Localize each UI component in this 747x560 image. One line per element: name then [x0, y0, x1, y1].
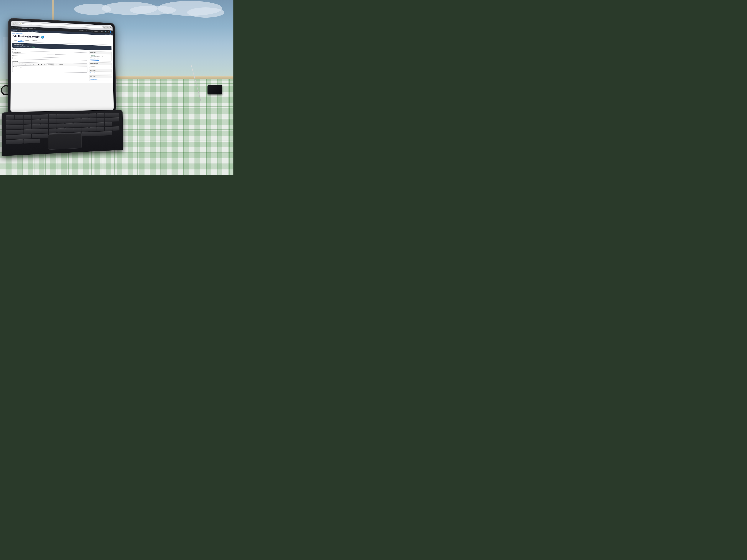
key-l[interactable] [89, 123, 97, 127]
cms-view[interactable]: View [85, 30, 89, 32]
tab-edit[interactable]: Edit [18, 39, 24, 42]
cms-email[interactable]: Email Newsletter [90, 30, 99, 32]
tab-delete[interactable]: Delete [24, 39, 31, 42]
key-equals[interactable] [97, 113, 104, 117]
rte-ol[interactable]: ≡ [32, 63, 35, 65]
settings-icon[interactable]: ⚙ [108, 31, 109, 33]
key-slash[interactable] [112, 127, 119, 131]
admin-add[interactable]: Add [109, 33, 112, 35]
back-button[interactable]: ‹ [12, 22, 15, 25]
rte-source[interactable]: ⬚ [55, 63, 58, 65]
key-i[interactable] [81, 118, 89, 123]
key-p[interactable] [97, 118, 104, 122]
key-space[interactable] [81, 131, 112, 136]
key-e[interactable] [41, 119, 48, 124]
key-shift-l[interactable] [23, 129, 40, 134]
key-j[interactable] [73, 123, 81, 127]
rte-italic2[interactable]: I [27, 63, 29, 65]
user-icon[interactable]: 👤 [110, 31, 111, 33]
cms-shortcuts[interactable]: Shortcuts [22, 27, 28, 29]
key-k[interactable] [81, 123, 89, 127]
key-s[interactable] [32, 124, 40, 129]
rte-hr[interactable]: — [44, 63, 46, 65]
cms-add-item[interactable]: + Add Item [78, 30, 85, 31]
key-n[interactable] [81, 127, 89, 132]
admin-dashboard[interactable]: Dashboard [19, 30, 26, 32]
admin-status[interactable]: Status [35, 31, 39, 32]
admin-appearance[interactable]: Appearance [26, 30, 33, 32]
key-x[interactable] [49, 129, 57, 133]
search-icon[interactable]: 🔍 [105, 31, 107, 33]
key-9[interactable] [73, 114, 81, 118]
rte-blockquote[interactable]: ❝ [35, 63, 37, 65]
key-period[interactable] [105, 127, 112, 131]
key-w[interactable] [32, 119, 40, 124]
key-t[interactable] [57, 119, 65, 123]
rte-superscript[interactable]: x² [21, 63, 23, 65]
ipad-screen[interactable]: ‹ › 🔒 fiderthankthou.com ↺ ↑ ⊞ [10, 21, 113, 112]
cms-manage[interactable]: Manage [15, 27, 21, 29]
key-8[interactable] [65, 114, 73, 118]
magic-keyboard[interactable] [2, 110, 123, 156]
go-online-link[interactable]: Go online. [30, 46, 35, 47]
trackpad[interactable] [48, 133, 82, 150]
key-tab[interactable] [6, 120, 23, 125]
cms-user[interactable]: Cynthia Ever [29, 28, 37, 30]
rte-subscript[interactable]: X₂ [24, 63, 26, 65]
key-7[interactable] [57, 114, 65, 118]
key-b[interactable] [73, 128, 81, 132]
key-m[interactable] [89, 127, 97, 132]
rte-table[interactable]: ▦ [41, 63, 43, 65]
key-r[interactable] [49, 119, 57, 124]
key-f[interactable] [49, 124, 57, 128]
cms-send[interactable]: Send [100, 31, 104, 32]
screen-content[interactable]: ‹ › 🔒 fiderthankthou.com ↺ ↑ ⊞ [10, 21, 113, 112]
key-o[interactable] [89, 118, 96, 122]
key-c[interactable] [57, 128, 65, 133]
rte-format-select[interactable]: Paragraph ▾ [47, 63, 54, 65]
rte-fullscreen[interactable]: Source [58, 63, 63, 65]
cms-menu-icon[interactable]: ☰ [12, 27, 13, 28]
key-cmd-r[interactable] [6, 139, 23, 144]
key-semicolon[interactable] [97, 123, 104, 127]
key-a[interactable] [23, 125, 31, 129]
key-0[interactable] [81, 113, 89, 118]
key-2[interactable] [15, 115, 23, 119]
key-quote[interactable] [105, 122, 112, 126]
reload-button[interactable]: ↺ [103, 26, 106, 28]
forward-button[interactable]: › [16, 22, 18, 25]
key-enter[interactable] [105, 117, 119, 122]
tabs-button[interactable]: ⊞ [109, 26, 111, 29]
rte-image[interactable]: 🖼 [37, 63, 40, 65]
rte-body[interactable]: Nice to see you! [12, 65, 87, 73]
key-backspace[interactable] [105, 113, 119, 117]
rte-ul[interactable]: ≡ [30, 63, 32, 65]
key-5[interactable] [41, 114, 48, 119]
key-4[interactable] [32, 115, 40, 119]
key-z[interactable] [41, 129, 48, 133]
key-y[interactable] [65, 118, 73, 123]
breadcrumb-home[interactable]: Home [12, 33, 16, 34]
rte-strikethrough[interactable]: S [18, 63, 20, 65]
key-g[interactable] [57, 124, 65, 128]
key-h[interactable] [65, 123, 73, 128]
key-q[interactable] [23, 119, 31, 124]
key-fn[interactable] [23, 139, 40, 144]
key-u[interactable] [73, 118, 81, 123]
admin-shortcuts[interactable]: Shortcuts [12, 30, 18, 31]
share-button[interactable]: ↑ [106, 26, 108, 29]
rte-bold[interactable]: B [13, 63, 16, 65]
key-comma[interactable] [97, 127, 104, 131]
rte-italic[interactable]: I [16, 63, 18, 64]
key-minus[interactable] [89, 113, 96, 117]
key-3[interactable] [24, 115, 31, 119]
key-v[interactable] [66, 128, 73, 132]
key-6[interactable] [49, 114, 57, 118]
admin-reports[interactable]: Reports [104, 33, 108, 35]
create-revision-link[interactable]: Create new revision [90, 59, 111, 60]
key-capslock[interactable] [6, 125, 23, 129]
key-1[interactable] [6, 115, 14, 119]
key-shift-r[interactable] [6, 134, 31, 139]
key-enter2[interactable] [6, 130, 23, 134]
key-d[interactable] [41, 124, 48, 128]
